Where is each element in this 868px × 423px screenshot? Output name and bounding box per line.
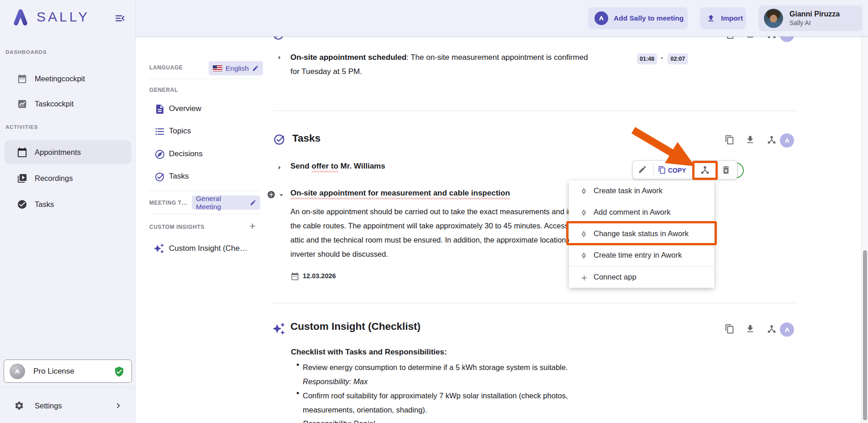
- compass-icon: [154, 149, 165, 160]
- general-label: GENERAL: [149, 87, 178, 93]
- video-library-icon: [16, 173, 27, 184]
- user-profile[interactable]: Gianni Piruzza Sally AI: [758, 5, 863, 31]
- brand-name: SALLY: [37, 9, 89, 25]
- document-icon: [154, 104, 165, 115]
- menu-item-connect-app[interactable]: Connect app: [569, 267, 714, 288]
- timestamp-end-chip[interactable]: 02:07: [668, 53, 688, 64]
- sparkle-icon: [272, 322, 285, 335]
- section-divider: [273, 303, 797, 303]
- user-name: Gianni Piruzza: [789, 10, 840, 19]
- expand-chevron-icon[interactable]: [275, 53, 284, 62]
- chevron-right-icon[interactable]: [113, 401, 123, 411]
- meeting-settings-panel: LANGUAGE English GENERAL Overview Topics…: [136, 37, 260, 423]
- timestamp-separator: -: [661, 54, 663, 61]
- edit-icon[interactable]: [252, 65, 259, 72]
- sidebar-item-appointments[interactable]: Appointments: [0, 143, 136, 161]
- main-sidebar: SALLY DASHBOARDS Meetingcockpit Taskcock…: [0, 0, 136, 423]
- checklist-item: Review energy consumption to determine i…: [303, 360, 600, 375]
- due-date: 12.03.2026: [303, 272, 336, 280]
- avatar: [764, 9, 783, 28]
- calendar-grid-icon: [16, 73, 27, 84]
- decision-title: On-site appointment scheduled: [290, 53, 406, 62]
- checklist-responsibility: Responsibility: Daniel: [303, 417, 375, 423]
- task-description: An on-site appointment should be carried…: [290, 205, 591, 261]
- sidebar-item-settings[interactable]: Settings: [0, 397, 136, 415]
- edit-icon[interactable]: [250, 199, 256, 206]
- section-divider: [273, 111, 797, 111]
- collapse-sidebar-icon[interactable]: [114, 12, 126, 24]
- custom-insights-label: CUSTOM INSIGHTS: [149, 224, 205, 230]
- check-circle-icon: [154, 171, 165, 182]
- spellcheck-word: offer to: [311, 162, 338, 170]
- panel-divider: [148, 214, 260, 214]
- panel-nav-overview[interactable]: Overview: [136, 100, 260, 118]
- panel-divider: [148, 190, 260, 191]
- verified-shield-icon: [114, 365, 125, 378]
- expand-chevron-icon[interactable]: [275, 163, 284, 172]
- calendar-icon: [291, 272, 299, 280]
- sidebar-item-recordings[interactable]: Recordings: [0, 169, 136, 187]
- copy-icon[interactable]: [725, 135, 735, 145]
- task-title[interactable]: On-site appointment for measurement and …: [290, 189, 510, 198]
- integrations-icon[interactable]: [767, 324, 777, 334]
- top-header: Add Sally to meeting Import Gianni Piruz…: [136, 0, 868, 37]
- decision-item-text: On-site appointment scheduled: The on-si…: [290, 50, 597, 79]
- pro-license-card[interactable]: Pro License: [4, 360, 132, 383]
- meeting-type-label: MEETING T…: [149, 200, 187, 206]
- sally-assistant-icon[interactable]: [780, 133, 794, 148]
- bullet-dot: •: [296, 360, 299, 370]
- add-insight-icon[interactable]: [248, 222, 257, 231]
- app-root: Decisions On-site appointment scheduled:…: [0, 0, 868, 423]
- user-org: Sally AI: [789, 19, 840, 27]
- awork-icon: [580, 187, 588, 195]
- copy-icon[interactable]: [725, 324, 735, 334]
- activities-section-label: ACTIVITIES: [5, 124, 38, 130]
- sparkle-icon: [153, 243, 164, 254]
- collapse-chevron-icon[interactable]: [277, 190, 286, 200]
- checklist-responsibility: Responsibility: Max: [303, 375, 368, 389]
- annotation-arrow: [626, 123, 703, 174]
- scrollbar-thumb[interactable]: [863, 250, 867, 420]
- import-button[interactable]: Import: [700, 7, 746, 29]
- chart-icon: [16, 98, 27, 109]
- tasks-section-icon: [273, 133, 286, 146]
- sally-assistant-icon[interactable]: [780, 323, 794, 337]
- awork-icon: [580, 252, 588, 259]
- add-subtask-icon[interactable]: [268, 191, 275, 198]
- tasks-section-title: Tasks: [292, 132, 321, 144]
- annotation-highlight-change-task-status: [566, 221, 717, 245]
- timestamp-start-chip[interactable]: 01:48: [637, 53, 657, 64]
- menu-item-create-time-entry[interactable]: Create time entry in Awork: [569, 245, 714, 266]
- us-flag-icon: [213, 65, 222, 71]
- panel-divider: [148, 79, 260, 79]
- delete-icon[interactable]: [721, 165, 731, 175]
- license-label: Pro License: [33, 367, 74, 376]
- panel-nav-decisions[interactable]: Decisions: [136, 145, 260, 164]
- dashboards-section-label: DASHBOARDS: [5, 49, 47, 55]
- scrollbar-track[interactable]: [861, 37, 868, 423]
- sidebar-item-tasks[interactable]: Tasks: [0, 195, 136, 213]
- sidebar-item-taskcockpit[interactable]: Taskcockpit: [0, 95, 136, 113]
- checklist-heading: Checklist with Tasks and Responsibilitie…: [291, 348, 447, 357]
- integrations-icon[interactable]: [767, 135, 777, 145]
- sidebar-divider: [0, 387, 136, 388]
- checklist-item: Confirm roof suitability for approximate…: [303, 389, 600, 417]
- plus-icon: [580, 274, 589, 282]
- main-content: Decisions On-site appointment scheduled:…: [260, 0, 868, 423]
- meeting-type-chip[interactable]: General Meeting: [192, 196, 260, 210]
- sidebar-item-meetingcockpit[interactable]: Meetingcockpit: [0, 69, 136, 88]
- download-icon[interactable]: [745, 324, 755, 334]
- language-chip[interactable]: English: [209, 61, 263, 75]
- panel-nav-tasks[interactable]: Tasks: [136, 168, 260, 186]
- check-circle-icon: [16, 199, 27, 210]
- download-icon[interactable]: [745, 135, 755, 145]
- add-sally-to-meeting-button[interactable]: Add Sally to meeting: [588, 7, 688, 29]
- panel-nav-custom-insight[interactable]: Custom Insight (Che…: [136, 240, 260, 258]
- menu-item-create-task[interactable]: Create task in Awork: [569, 180, 714, 202]
- menu-item-add-comment[interactable]: Add comment in Awork: [569, 202, 714, 223]
- panel-nav-topics[interactable]: Topics: [136, 122, 260, 141]
- upload-icon: [706, 14, 715, 23]
- task-title[interactable]: Send offer to Mr. Williams: [290, 162, 385, 171]
- language-label: LANGUAGE: [149, 64, 183, 71]
- list-icon: [154, 126, 165, 137]
